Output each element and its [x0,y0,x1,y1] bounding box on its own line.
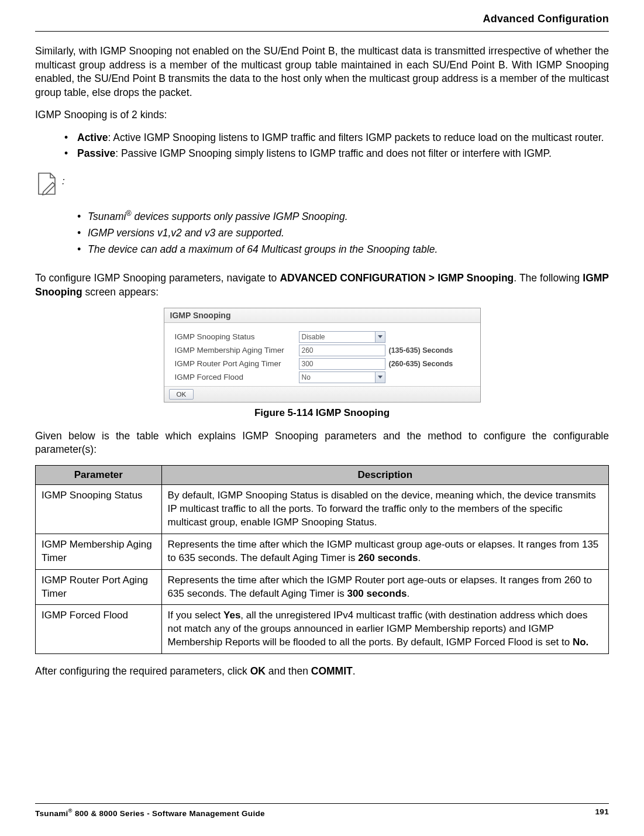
cell-desc: By default, IGMP Snooping Status is disa… [161,484,608,534]
running-header: Advanced Configuration [35,13,609,25]
note-item-1: Tsunami® devices supports only passive I… [77,208,609,225]
row-router: IGMP Router Port Aging Timer (260-635) S… [175,358,474,370]
note-1-pre: Tsunami [88,211,126,222]
figure-caption: Figure 5-114 IGMP Snooping [35,407,609,419]
kind-passive: Passive: Passive IGMP Snooping simply li… [64,146,609,161]
r2-post: . [418,552,421,563]
row-status: IGMP Snooping Status Disable [175,331,474,343]
intro-paragraph-1: Similarly, with IGMP Snooping not enable… [35,44,609,100]
nav-pre: To configure IGMP Snooping parameters, n… [35,272,280,284]
cell-param: IGMP Snooping Status [36,484,162,534]
row-membership: IGMP Membership Aging Timer (135-635) Se… [175,345,474,356]
intro-paragraph-2: IGMP Snooping is of 2 kinds: [35,108,609,122]
table-row: IGMP Membership Aging Timer Represents t… [36,534,609,569]
kind-active-label: Active [77,132,108,143]
page-footer: Tsunami® 800 & 8000 Series - Software Ma… [35,803,609,818]
membership-label: IGMP Membership Aging Timer [175,346,299,355]
th-parameter: Parameter [36,465,162,484]
row-flood: IGMP Forced Flood No [175,371,474,383]
after-paragraph: After configuring the required parameter… [35,665,609,679]
after-mid: and then [266,665,311,677]
kind-active-text: : Active IGMP Snooping listens to IGMP t… [108,132,604,143]
cell-param: IGMP Router Port Aging Timer [36,569,162,605]
status-label: IGMP Snooping Status [175,332,299,341]
kind-active: Active: Active IGMP Snooping listens to … [64,130,609,146]
footer-left-pre: Tsunami [35,809,68,817]
cell-param: IGMP Forced Flood [36,605,162,654]
membership-input[interactable] [299,345,385,356]
router-label: IGMP Router Port Aging Timer [175,359,299,368]
after-post: . [353,665,356,677]
footer-left-sup: ® [68,807,73,814]
chevron-down-icon [375,372,385,383]
cell-desc: If you select Yes, all the unregistered … [161,605,608,654]
r4-no: No. [573,637,588,648]
ok-button[interactable]: OK [169,389,194,400]
status-select[interactable]: Disable [299,331,385,343]
footer-rule [35,803,609,804]
note-colon: : [62,176,65,187]
flood-label: IGMP Forced Flood [175,373,299,381]
footer-left-post: 800 & 8000 Series - Software Management … [73,809,265,817]
note-1-sup: ® [126,210,132,218]
kind-passive-label: Passive [77,147,115,159]
th-description: Description [161,465,608,484]
after-ok: OK [250,665,266,677]
cell-desc: Represents the time after which the IGMP… [161,569,608,605]
r3-post: . [407,588,409,599]
nav-post2: screen appears: [82,286,159,298]
after-pre: After configuring the required parameter… [35,665,250,677]
membership-hint: (135-635) Seconds [389,346,453,355]
after-commit: COMMIT [311,665,353,677]
table-row: IGMP Snooping Status By default, IGMP Sn… [36,484,609,534]
footer-left: Tsunami® 800 & 8000 Series - Software Ma… [35,807,265,818]
table-row: IGMP Forced Flood If you select Yes, all… [36,605,609,654]
note-icon [35,172,61,198]
page-number: 191 [595,807,609,818]
router-hint: (260-635) Seconds [389,360,453,368]
kind-passive-text: : Passive IGMP Snooping simply listens t… [115,147,552,159]
table-row: IGMP Router Port Aging Timer Represents … [36,569,609,605]
panel-title: IGMP Snooping [164,308,480,323]
nav-paragraph: To configure IGMP Snooping parameters, n… [35,271,609,299]
flood-value: No [302,373,311,381]
parameter-table: Parameter Description IGMP Snooping Stat… [35,465,609,654]
nav-post1: . The following [514,272,583,284]
note-list: Tsunami® devices supports only passive I… [35,208,609,257]
header-rule [35,31,609,32]
kinds-list: Active: Active IGMP Snooping listens to … [35,130,609,161]
note-1-post: devices supports only passive IGMP Snoop… [132,211,348,222]
nav-path: ADVANCED CONFIGURATION > IGMP Snooping [280,272,514,284]
r2-bold: 260 seconds [358,552,418,563]
r4-yes: Yes [223,610,240,621]
cell-param: IGMP Membership Aging Timer [36,534,162,569]
igmp-snooping-panel: IGMP Snooping IGMP Snooping Status Disab… [164,308,481,402]
r3-bold: 300 seconds [347,588,407,599]
note-block: : [35,172,609,198]
cell-desc: Represents the time after which the IGMP… [161,534,608,569]
note-item-2: IGMP versions v1,v2 and v3 are supported… [77,225,609,241]
chevron-down-icon [375,332,385,342]
table-intro: Given below is the table which explains … [35,429,609,457]
r4-pre: If you select [168,610,223,621]
router-input[interactable] [299,358,385,370]
note-item-3: The device can add a maximum of 64 Multi… [77,241,609,257]
status-value: Disable [302,333,325,341]
flood-select[interactable]: No [299,371,385,383]
